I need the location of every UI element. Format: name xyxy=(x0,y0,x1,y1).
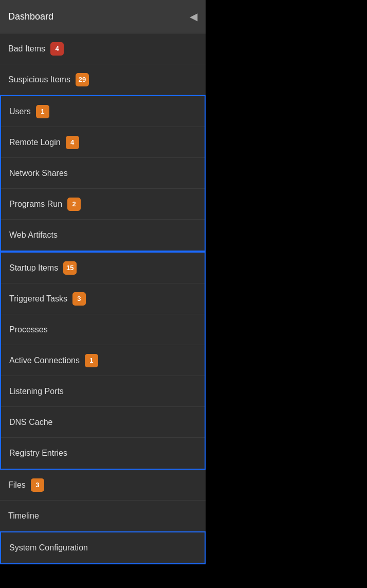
remote-login-badge: 4 xyxy=(66,136,79,149)
sidebar: Dashboard ◀ Bad Items 4 Suspicious Items… xyxy=(0,0,206,564)
sidebar-item-registry-entries[interactable]: Registry Entries xyxy=(1,438,205,469)
sidebar-item-system-configuration[interactable]: System Configuration xyxy=(1,532,205,563)
sidebar-item-web-artifacts[interactable]: Web Artifacts xyxy=(1,220,205,251)
timeline-label: Timeline xyxy=(8,511,39,521)
dns-cache-label: DNS Cache xyxy=(9,418,52,427)
sidebar-item-network-shares[interactable]: Network Shares xyxy=(1,158,205,189)
chevron-left-icon: ◀ xyxy=(190,10,197,23)
users-badge: 1 xyxy=(36,105,49,118)
suspicious-items-badge: 29 xyxy=(76,73,89,86)
listening-ports-label: Listening Ports xyxy=(9,387,64,396)
web-artifacts-label: Web Artifacts xyxy=(9,230,58,240)
users-label: Users xyxy=(9,107,31,116)
sidebar-item-triggered-tasks[interactable]: Triggered Tasks 3 xyxy=(1,283,205,314)
programs-run-badge: 2 xyxy=(67,198,81,211)
sidebar-item-suspicious-items[interactable]: Suspicious Items 29 xyxy=(0,64,206,95)
sidebar-item-users[interactable]: Users 1 xyxy=(1,96,205,127)
group-startup-registry: Startup Items 15 Triggered Tasks 3 Proce… xyxy=(0,252,206,470)
processes-label: Processes xyxy=(9,325,48,334)
remote-login-label: Remote Login xyxy=(9,138,61,147)
group-users-webartifacts: Users 1 Remote Login 4 Network Shares Pr… xyxy=(0,95,206,252)
bad-items-badge: 4 xyxy=(50,42,64,56)
system-configuration-label: System Configuration xyxy=(9,543,88,553)
sidebar-item-dns-cache[interactable]: DNS Cache xyxy=(1,407,205,438)
network-shares-label: Network Shares xyxy=(9,169,68,178)
group-system-configuration: System Configuration xyxy=(0,531,206,564)
files-badge: 3 xyxy=(31,478,44,492)
sidebar-item-listening-ports[interactable]: Listening Ports xyxy=(1,376,205,407)
files-label: Files xyxy=(8,480,26,490)
bad-items-label: Bad Items xyxy=(8,44,45,54)
sidebar-item-programs-run[interactable]: Programs Run 2 xyxy=(1,189,205,220)
triggered-tasks-badge: 3 xyxy=(72,292,86,306)
registry-entries-label: Registry Entries xyxy=(9,449,67,458)
sidebar-item-startup-items[interactable]: Startup Items 15 xyxy=(1,253,205,283)
sidebar-item-files[interactable]: Files 3 xyxy=(0,470,206,501)
triggered-tasks-label: Triggered Tasks xyxy=(9,294,67,304)
sidebar-header[interactable]: Dashboard ◀ xyxy=(0,0,206,33)
active-connections-label: Active Connections xyxy=(9,356,80,365)
programs-run-label: Programs Run xyxy=(9,200,62,209)
sidebar-item-timeline[interactable]: Timeline xyxy=(0,501,206,531)
sidebar-item-remote-login[interactable]: Remote Login 4 xyxy=(1,127,205,158)
sidebar-item-processes[interactable]: Processes xyxy=(1,314,205,345)
sidebar-header-title: Dashboard xyxy=(8,11,53,22)
active-connections-badge: 1 xyxy=(85,354,98,367)
sidebar-item-bad-items[interactable]: Bad Items 4 xyxy=(0,33,206,64)
suspicious-items-label: Suspicious Items xyxy=(8,75,70,84)
startup-items-label: Startup Items xyxy=(9,263,58,273)
startup-items-badge: 15 xyxy=(63,261,77,275)
sidebar-item-active-connections[interactable]: Active Connections 1 xyxy=(1,345,205,376)
